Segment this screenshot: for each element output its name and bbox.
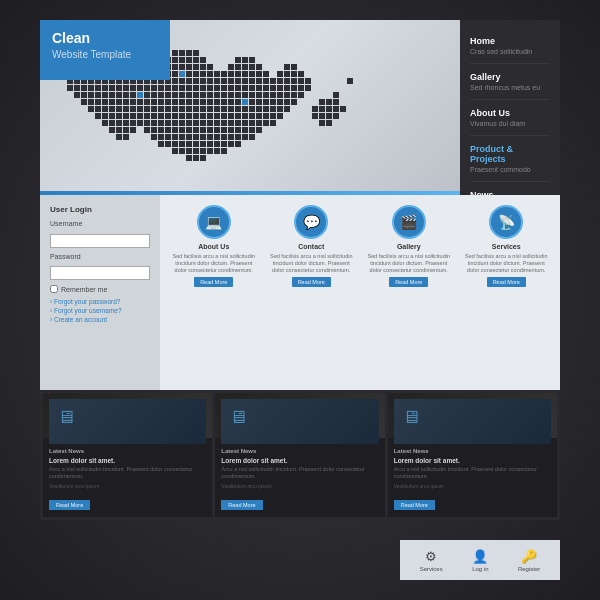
contact-icon: 💬 bbox=[294, 205, 328, 239]
login-title: User Login bbox=[50, 205, 150, 214]
right-nav: HomeCras sed sollicitudinGallerySed rhon… bbox=[460, 20, 560, 195]
gallery-icon: 🎬 bbox=[392, 205, 426, 239]
services-icon: 📡 bbox=[489, 205, 523, 239]
footer-item-register[interactable]: 🔑 Register bbox=[518, 549, 540, 572]
services-footer-icon: ⚙ bbox=[425, 549, 437, 564]
services-label: Services bbox=[492, 243, 521, 250]
feature-gallery: 🎬 Gallery Sed facilisis arcu a nisl soll… bbox=[366, 205, 451, 287]
about-us-label: About Us bbox=[198, 243, 229, 250]
news-sub-2: Vestibulum arcu ipsum bbox=[394, 483, 551, 489]
news-sub-0: Vestibulum arcu ipsum bbox=[49, 483, 206, 489]
news-body-1: Arcu a nisl sollicitudin tincidunt. Prae… bbox=[221, 466, 378, 480]
about-us-read-more[interactable]: Read More bbox=[194, 277, 233, 287]
nav-item-gallery[interactable]: GallerySed rhoncus metus eu bbox=[470, 64, 550, 100]
news-body-0: Arcu a nisl sollicitudin tincidunt. Prae… bbox=[49, 466, 206, 480]
username-label: Username bbox=[50, 220, 150, 227]
forgot-username-link[interactable]: › Forgot your username? bbox=[50, 307, 150, 314]
site-title: Clean bbox=[40, 20, 170, 49]
news-image-icon-2: 🖥 bbox=[402, 407, 420, 428]
website-template: Clean Website Template HomeCras sed soll… bbox=[40, 20, 560, 580]
news-image-icon-0: 🖥 bbox=[57, 407, 75, 428]
remember-checkbox[interactable] bbox=[50, 285, 58, 293]
news-sub-1: Vestibulum arcu ipsum bbox=[221, 483, 378, 489]
footer-item-login[interactable]: 👤 Log in bbox=[472, 549, 488, 572]
register-footer-label: Register bbox=[518, 566, 540, 572]
news-headline-2: Lorem dolor sit amet. bbox=[394, 457, 551, 464]
news-image-2: 🖥 bbox=[394, 399, 551, 444]
news-image-icon-1: 🖥 bbox=[229, 407, 247, 428]
news-btn-0[interactable]: Read More bbox=[49, 500, 90, 510]
gallery-text: Sed facilisis arcu a nisl sollicitudin t… bbox=[366, 253, 451, 274]
feature-services: 📡 Services Sed facilisis arcu a nisl sol… bbox=[464, 205, 549, 287]
news-btn-1[interactable]: Read More bbox=[221, 500, 262, 510]
nav-item-home[interactable]: HomeCras sed sollicitudin bbox=[470, 28, 550, 64]
news-card-2: 🖥 Latest News Lorem dolor sit amet. Arcu… bbox=[388, 393, 557, 517]
contact-label: Contact bbox=[298, 243, 324, 250]
password-label: Password bbox=[50, 253, 150, 260]
username-input[interactable] bbox=[50, 234, 150, 248]
news-section: 🖥 Latest News Lorem dolor sit amet. Arcu… bbox=[40, 390, 560, 520]
login-footer-icon: 👤 bbox=[472, 549, 488, 564]
services-footer-label: Services bbox=[420, 566, 443, 572]
features-area: 💻 About Us Sed facilisis arcu a nisl sol… bbox=[160, 195, 560, 390]
header-bar: Clean Website Template bbox=[40, 20, 170, 80]
news-image-1: 🖥 bbox=[221, 399, 378, 444]
contact-text: Sed facilisis arcu a nisl sollicitudin t… bbox=[269, 253, 354, 274]
services-text: Sed facilisis arcu a nisl sollicitudin t… bbox=[464, 253, 549, 274]
password-input[interactable] bbox=[50, 266, 150, 280]
forgot-password-link[interactable]: › Forgot your password? bbox=[50, 298, 150, 305]
gallery-read-more[interactable]: Read More bbox=[389, 277, 428, 287]
nav-item-about[interactable]: About UsVivamus dui diam bbox=[470, 100, 550, 136]
services-read-more[interactable]: Read More bbox=[487, 277, 526, 287]
news-btn-2[interactable]: Read More bbox=[394, 500, 435, 510]
news-headline-1: Lorem dolor sit amet. bbox=[221, 457, 378, 464]
news-image-0: 🖥 bbox=[49, 399, 206, 444]
news-card-1: 🖥 Latest News Lorem dolor sit amet. Arcu… bbox=[215, 393, 384, 517]
news-section-label-2: Latest News bbox=[394, 448, 551, 454]
about-us-icon: 💻 bbox=[197, 205, 231, 239]
gallery-label: Gallery bbox=[397, 243, 421, 250]
feature-about-us: 💻 About Us Sed facilisis arcu a nisl sol… bbox=[171, 205, 256, 287]
site-subtitle: Website Template bbox=[40, 49, 170, 60]
news-headline-0: Lorem dolor sit amet. bbox=[49, 457, 206, 464]
remember-label: Remember me bbox=[61, 286, 107, 293]
register-footer-icon: 🔑 bbox=[521, 549, 537, 564]
about-us-text: Sed facilisis arcu a nisl sollicitudin t… bbox=[171, 253, 256, 274]
features-icons: 💻 About Us Sed facilisis arcu a nisl sol… bbox=[168, 205, 552, 287]
contact-read-more[interactable]: Read More bbox=[292, 277, 331, 287]
footer-item-services[interactable]: ⚙ Services bbox=[420, 549, 443, 572]
create-account-link[interactable]: › Create an account bbox=[50, 316, 150, 323]
login-footer-label: Log in bbox=[472, 566, 488, 572]
news-card-0: 🖥 Latest News Lorem dolor sit amet. Arcu… bbox=[43, 393, 212, 517]
main-content: User Login Username Password Remember me… bbox=[40, 195, 560, 390]
feature-contact: 💬 Contact Sed facilisis arcu a nisl soll… bbox=[269, 205, 354, 287]
news-body-2: Arcu a nisl sollicitudin tincidunt. Prae… bbox=[394, 466, 551, 480]
login-sidebar: User Login Username Password Remember me… bbox=[40, 195, 160, 390]
nav-item-products[interactable]: Product & ProjectsPraesent commodo bbox=[470, 136, 550, 182]
footer-nav: ⚙ Services 👤 Log in 🔑 Register bbox=[400, 540, 560, 580]
news-section-label-1: Latest News bbox=[221, 448, 378, 454]
news-section-label-0: Latest News bbox=[49, 448, 206, 454]
